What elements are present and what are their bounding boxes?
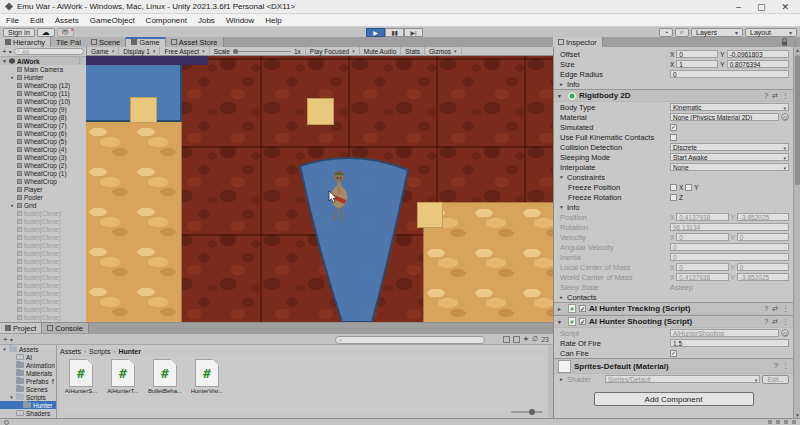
- console-status-icon[interactable]: i: [4, 420, 9, 425]
- foldout-closed-icon[interactable]: ▸: [558, 306, 565, 312]
- menu-gameobject[interactable]: GameObject: [90, 16, 135, 25]
- physics-material-field[interactable]: None (Physics Material 2D): [670, 113, 779, 121]
- hierarchy-item[interactable]: WheatCrop (9): [0, 105, 86, 113]
- breadcrumb-scripts[interactable]: Scripts: [89, 348, 110, 355]
- undo-history-button[interactable]: ◔: [659, 28, 673, 37]
- component-menu-icon[interactable]: ⋮: [782, 362, 789, 370]
- mute-audio-toggle[interactable]: Mute Audio: [360, 47, 402, 56]
- icon-size-slider-knob[interactable]: [529, 409, 535, 415]
- layers-dropdown[interactable]: Layers▾: [691, 28, 743, 37]
- icon-size-slider[interactable]: [511, 411, 543, 413]
- hierarchy-item[interactable]: WheatCrop (4): [0, 145, 86, 153]
- freeze-x-checkbox[interactable]: [670, 184, 677, 191]
- sign-in-button[interactable]: Sign In: [3, 28, 35, 37]
- hierarchy-item[interactable]: bullet(Clone): [0, 289, 86, 297]
- script-file-item[interactable]: # HunterVisi...: [190, 359, 224, 410]
- menu-window[interactable]: Window: [226, 16, 254, 25]
- presets-icon[interactable]: ⇄: [772, 318, 778, 326]
- hierarchy-item[interactable]: bullet(Clone): [0, 273, 86, 281]
- create-button[interactable]: +: [2, 47, 7, 56]
- add-component-button[interactable]: Add Component: [594, 392, 754, 406]
- play-focused-dropdown[interactable]: Play Focused▾: [306, 47, 360, 56]
- hierarchy-item[interactable]: WheatCrop (6): [0, 129, 86, 137]
- project-tree-row[interactable]: Materials: [0, 369, 56, 377]
- inspector-lock-icon[interactable]: [779, 37, 790, 47]
- hierarchy-item[interactable]: WheatCrop (7): [0, 121, 86, 129]
- pause-button[interactable]: ▮▮: [385, 28, 404, 37]
- hierarchy-item[interactable]: WheatCrop (12): [0, 81, 86, 89]
- offset-x-field[interactable]: 0: [676, 50, 718, 58]
- ai-hunter-tracking-header[interactable]: ▸ # ✓ AI Hunter Tracking (Script) ? ⇄ ⋮: [554, 302, 793, 315]
- hierarchy-item[interactable]: Main Camera: [0, 65, 86, 73]
- search-by-type-icon[interactable]: [503, 336, 510, 343]
- hierarchy-scene-row[interactable]: ▾ AiWork ⋮: [0, 57, 86, 65]
- hierarchy-item[interactable]: WheatCrop (3): [0, 153, 86, 161]
- project-tree-row[interactable]: ▾ Scripts: [0, 393, 56, 401]
- offset-y-field[interactable]: -0.0961803: [727, 50, 789, 58]
- contacts-foldout[interactable]: ▸ Contacts: [554, 292, 793, 302]
- hierarchy-item[interactable]: WheatCrop (5): [0, 137, 86, 145]
- scale-slider[interactable]: Scale1x: [210, 47, 306, 56]
- rate-of-fire-field[interactable]: 1.5: [670, 339, 789, 347]
- hierarchy-item[interactable]: WheatCrop (11): [0, 89, 86, 97]
- rigidbody2d-header[interactable]: ▾ Rigidbody 2D ? ⇄ ⋮: [554, 89, 793, 102]
- foldout-open-icon[interactable]: ▾: [558, 319, 565, 325]
- hierarchy-item[interactable]: WheatCrop (2): [0, 161, 86, 169]
- size-y-field[interactable]: 0.8076394: [727, 60, 789, 68]
- inspector-scrollbar[interactable]: ▲ ▼: [793, 47, 800, 418]
- hierarchy-item[interactable]: Player: [0, 185, 86, 193]
- breadcrumb-assets[interactable]: Assets: [60, 348, 81, 355]
- menu-jobs[interactable]: Jobs: [198, 16, 215, 25]
- game-viewport[interactable]: [86, 56, 553, 322]
- hierarchy-item[interactable]: bullet(Clone): [0, 265, 86, 273]
- favorites-icon[interactable]: ★: [523, 335, 529, 343]
- sleeping-mode-dropdown[interactable]: Start Awake▾: [670, 153, 789, 161]
- hierarchy-item[interactable]: WheatCrop (10): [0, 97, 86, 105]
- hierarchy-item[interactable]: bullet(Clone): [0, 305, 86, 313]
- hierarchy-item[interactable]: bullet(Clone): [0, 217, 86, 225]
- interpolate-dropdown[interactable]: None▾: [670, 163, 789, 171]
- project-tree-row[interactable]: AI: [0, 353, 56, 361]
- script-file-item[interactable]: # AiHunterT...: [106, 359, 140, 410]
- display-dropdown[interactable]: Display 1▾: [119, 47, 160, 56]
- help-icon[interactable]: ?: [774, 362, 778, 370]
- hierarchy-item[interactable]: bullet(Clone): [0, 257, 86, 265]
- menu-component[interactable]: Component: [146, 16, 187, 25]
- body-type-dropdown[interactable]: Kinematic▾: [670, 103, 789, 111]
- freeze-z-checkbox[interactable]: [670, 194, 677, 201]
- layout-dropdown[interactable]: Layout▾: [745, 28, 797, 37]
- ai-hunter-shooting-header[interactable]: ▾ # ✓ AI Hunter Shooting (Script) ? ⇄ ⋮: [554, 315, 793, 328]
- gizmos-dropdown[interactable]: Gizmos▾: [425, 47, 462, 56]
- simulated-checkbox[interactable]: ✓: [670, 124, 677, 131]
- scene-menu-icon[interactable]: ⋮: [77, 57, 87, 65]
- shooting-enabled-checkbox[interactable]: ✓: [579, 318, 586, 325]
- scale-slider-knob[interactable]: [233, 49, 238, 54]
- global-search-button[interactable]: ⌕: [675, 28, 689, 37]
- collider-info-foldout[interactable]: ▸ Info: [554, 79, 793, 89]
- hierarchy-item[interactable]: WheatCrop (8): [0, 113, 86, 121]
- play-button[interactable]: ▶: [366, 28, 385, 37]
- game-target-dropdown[interactable]: Game▾: [87, 47, 119, 56]
- project-tree-row[interactable]: ▾ Assets: [0, 345, 56, 353]
- hierarchy-item[interactable]: bullet(Clone): [0, 209, 86, 217]
- project-tree-row[interactable]: Hunter: [0, 401, 56, 409]
- size-x-field[interactable]: 1: [676, 60, 718, 68]
- hierarchy-item[interactable]: ▸ Grid: [0, 201, 86, 209]
- tab-hierarchy[interactable]: Hierarchy: [0, 37, 51, 47]
- constraints-foldout[interactable]: ▾ Constraints: [554, 172, 793, 182]
- hierarchy-item[interactable]: ▸ Hunter: [0, 73, 86, 81]
- presets-icon[interactable]: ⇄: [772, 305, 778, 313]
- project-tree-row[interactable]: Animation: [0, 361, 56, 369]
- chevron-down-icon[interactable]: ▾: [10, 337, 13, 343]
- tab-project[interactable]: Project: [0, 323, 42, 333]
- presets-icon[interactable]: ⇄: [772, 92, 778, 100]
- tab-console[interactable]: Console: [42, 323, 89, 333]
- hierarchy-item[interactable]: bullet(Clone): [0, 241, 86, 249]
- scale-slider-track[interactable]: [233, 51, 291, 52]
- freeze-y-checkbox[interactable]: [685, 184, 692, 191]
- tab-asset-store[interactable]: Asset Store: [166, 37, 224, 47]
- hierarchy-item[interactable]: WheatCrop (1): [0, 169, 86, 177]
- tab-game[interactable]: Game: [126, 37, 165, 47]
- menu-assets[interactable]: Assets: [55, 16, 79, 25]
- foldout-open-icon[interactable]: ▾: [558, 93, 565, 99]
